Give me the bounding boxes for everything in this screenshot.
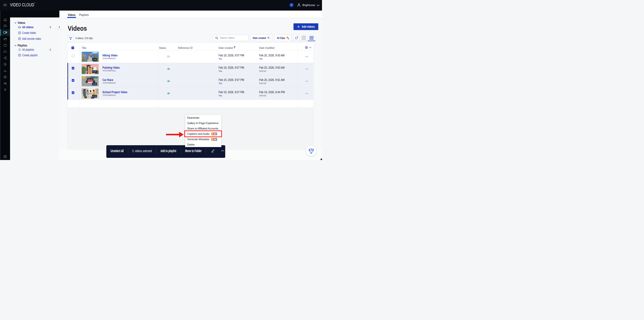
svg-text:AI: AI <box>214 138 216 141</box>
